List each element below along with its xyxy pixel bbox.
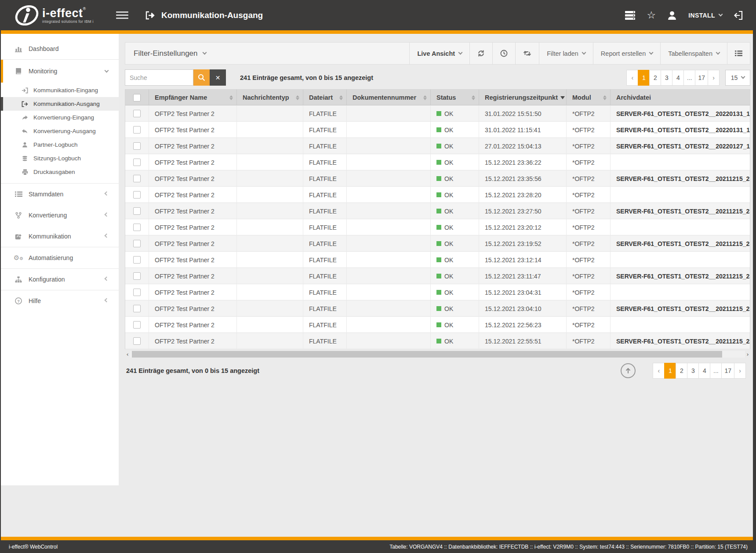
column-header-empfaenger[interactable]: Empfänger Name: [149, 90, 237, 105]
logout-icon[interactable]: [734, 11, 743, 20]
row-checkbox[interactable]: [133, 110, 141, 117]
row-checkbox[interactable]: [133, 305, 141, 312]
sidebar-item-konvertierung[interactable]: Konvertierung: [1, 205, 119, 226]
row-checkbox[interactable]: [133, 224, 141, 231]
column-header-archivdatei[interactable]: Archivdatei: [611, 90, 750, 105]
row-checkbox[interactable]: [133, 159, 141, 166]
pagination-page-3[interactable]: 3: [661, 70, 672, 86]
sidebar-item-dashboard[interactable]: Dashboard: [1, 38, 119, 59]
sidebar-item-monitoring[interactable]: Monitoring: [1, 60, 119, 83]
sidebar-item-kommunikation-ausgang[interactable]: Kommunikation-Ausgang: [1, 97, 119, 111]
row-checkbox[interactable]: [133, 240, 141, 247]
pagination-page-17[interactable]: 17: [721, 363, 734, 379]
table-row[interactable]: OFTP2 Test Partner 2 FLATFILE OK 15.12.2…: [125, 219, 750, 235]
sidebar-item-druckausgaben[interactable]: Druckausgaben: [1, 165, 119, 179]
column-header-modul[interactable]: Modul: [567, 90, 611, 105]
table-row[interactable]: OFTP2 Test Partner 2 FLATFILE OK 15.12.2…: [125, 170, 750, 187]
cell-nachrichtentyp: [237, 154, 303, 170]
page-size-select[interactable]: 15: [725, 70, 750, 86]
schedule-button[interactable]: [492, 43, 515, 64]
column-header-registrierungszeitpunkt[interactable]: Registrierungszeitpunkt: [479, 90, 567, 105]
scrollbar-track[interactable]: [130, 351, 745, 358]
sidebar-item-konvertierung-eingang[interactable]: Konvertierung-Eingang: [1, 111, 119, 124]
retweet-button[interactable]: [515, 43, 539, 64]
row-select-cell: [125, 235, 149, 252]
scrollbar-thumb[interactable]: [132, 351, 722, 358]
sidebar-item-label: Monitoring: [29, 68, 57, 75]
table-row[interactable]: OFTP2 Test Partner 2 FLATFILE OK 15.12.2…: [125, 187, 750, 203]
table-columns-dropdown[interactable]: Tabellenspalten: [660, 43, 727, 64]
table-row[interactable]: OFTP2 Test Partner 2 FLATFILE OK 15.12.2…: [125, 317, 750, 333]
status-ok-indicator: [436, 144, 441, 148]
pagination-page-4[interactable]: 4: [698, 363, 710, 379]
sidebar-item-kommunikation[interactable]: Kommunikation: [1, 226, 119, 247]
scroll-to-top-button[interactable]: [621, 363, 636, 378]
hamburger-icon[interactable]: [116, 10, 128, 21]
search-input[interactable]: [125, 69, 193, 86]
column-header-dateiart[interactable]: Dateiart: [303, 90, 347, 105]
select-all-checkbox[interactable]: [133, 94, 141, 101]
row-checkbox[interactable]: [133, 207, 141, 215]
sidebar-item-stammdaten[interactable]: Stammdaten: [1, 184, 119, 205]
table-row[interactable]: OFTP2 Test Partner 2 FLATFILE OK 15.12.2…: [125, 300, 750, 317]
scroll-left-icon[interactable]: ‹: [125, 351, 130, 358]
table-row[interactable]: OFTP2 Test Partner 2 FLATFILE OK 15.12.2…: [125, 154, 750, 170]
pagination-page-1[interactable]: 1: [664, 363, 676, 379]
clear-search-button[interactable]: ✕: [210, 69, 226, 86]
table-row[interactable]: OFTP2 Test Partner 2 FLATFILE OK 15.12.2…: [125, 268, 750, 284]
create-report-dropdown[interactable]: Report erstellen: [593, 43, 660, 64]
user-menu[interactable]: INSTALL: [688, 12, 722, 19]
sidebar-item-automatisierung[interactable]: ⚙⚙ Automatisierung: [1, 247, 119, 268]
row-checkbox[interactable]: [133, 175, 141, 182]
sidebar-item-konfiguration[interactable]: Konfiguration: [1, 269, 119, 290]
status-bar: i-effect® WebControl Tabelle: VORGANGV4 …: [1, 540, 753, 553]
server-icon[interactable]: [625, 11, 636, 20]
sidebar-item-kommunikation-eingang[interactable]: Kommunikation-Eingang: [1, 83, 119, 97]
pagination-page-2[interactable]: 2: [676, 363, 687, 379]
table-row[interactable]: OFTP2 Test Partner 2 FLATFILE OK 15.12.2…: [125, 333, 750, 349]
filter-settings-dropdown[interactable]: Filter-Einstellungen: [134, 49, 206, 58]
list-view-button[interactable]: [727, 43, 750, 64]
row-checkbox[interactable]: [133, 337, 141, 345]
table-row[interactable]: OFTP2 Test Partner 2 FLATFILE OK 15.12.2…: [125, 252, 750, 268]
pagination-next[interactable]: ›: [734, 363, 746, 379]
sidebar-item-sitzungs-logbuch[interactable]: Sitzungs-Logbuch: [1, 152, 119, 165]
sidebar-item-konvertierung-ausgang[interactable]: Konvertierung-Ausgang: [1, 124, 119, 138]
scroll-right-icon[interactable]: ›: [745, 351, 750, 358]
row-checkbox[interactable]: [133, 321, 141, 329]
live-view-dropdown[interactable]: Live Ansicht: [409, 43, 469, 64]
pagination-page-1[interactable]: 1: [638, 70, 650, 86]
search-button[interactable]: [193, 69, 210, 86]
pagination-next[interactable]: ›: [708, 70, 720, 86]
table-row[interactable]: OFTP2 Test Partner 2 FLATFILE OK 27.01.2…: [125, 138, 750, 154]
pagination-prev[interactable]: ‹: [626, 70, 638, 86]
status-ok-indicator: [436, 322, 441, 327]
pagination-page-4[interactable]: 4: [672, 70, 684, 86]
row-checkbox[interactable]: [133, 256, 141, 264]
table-row[interactable]: OFTP2 Test Partner 2 FLATFILE OK 15.12.2…: [125, 235, 750, 252]
column-header-nachrichtentyp[interactable]: Nachrichtentyp: [237, 90, 303, 105]
pagination-page-17[interactable]: 17: [695, 70, 708, 86]
row-checkbox[interactable]: [133, 289, 141, 296]
pagination-page-3[interactable]: 3: [687, 363, 699, 379]
user-icon[interactable]: [667, 11, 677, 20]
star-icon[interactable]: ☆: [647, 10, 656, 20]
table-row[interactable]: OFTP2 Test Partner 2 FLATFILE OK 31.01.2…: [125, 105, 750, 122]
row-checkbox[interactable]: [133, 142, 141, 150]
column-header-dokumentennummer[interactable]: Dokumentennummer: [347, 90, 431, 105]
table-row[interactable]: OFTP2 Test Partner 2 FLATFILE OK 15.12.2…: [125, 284, 750, 300]
row-checkbox[interactable]: [133, 272, 141, 280]
app-logo[interactable]: i-effect® integrated solutions for IBM i: [14, 4, 106, 27]
pagination-prev[interactable]: ‹: [653, 363, 665, 379]
row-checkbox[interactable]: [133, 191, 141, 199]
table-row[interactable]: OFTP2 Test Partner 2 FLATFILE OK 15.12.2…: [125, 203, 750, 219]
row-checkbox[interactable]: [133, 126, 141, 134]
sidebar-item-partner-logbuch[interactable]: Partner-Logbuch: [1, 138, 119, 152]
table-row[interactable]: OFTP2 Test Partner 2 FLATFILE OK 31.01.2…: [125, 122, 750, 138]
load-filter-dropdown[interactable]: Filter laden: [539, 43, 593, 64]
pagination-page-2[interactable]: 2: [649, 70, 661, 86]
refresh-button[interactable]: [469, 43, 492, 64]
bottom-bar: 241 Einträge gesamt, von 0 bis 15 angeze…: [125, 363, 750, 379]
sidebar-item-hilfe[interactable]: ? Hilfe: [1, 290, 119, 311]
column-header-status[interactable]: Status: [431, 90, 479, 105]
